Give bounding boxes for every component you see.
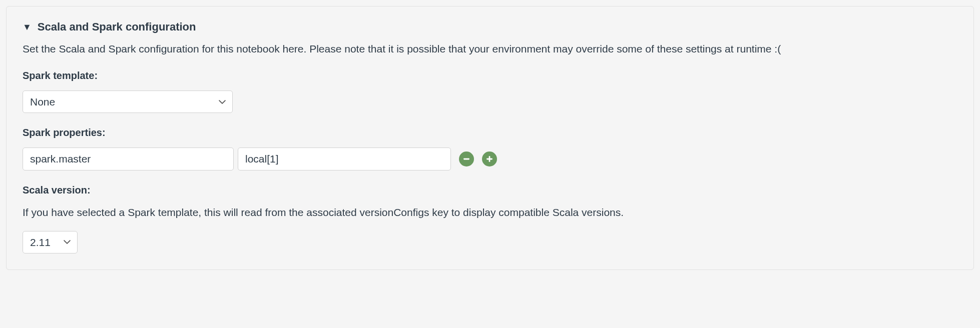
plus-icon xyxy=(485,154,494,164)
config-panel: ▼ Scala and Spark configuration Set the … xyxy=(6,6,974,270)
spark-template-label: Spark template: xyxy=(23,70,957,82)
spark-property-value-input[interactable] xyxy=(238,148,451,170)
add-property-button[interactable] xyxy=(482,152,497,166)
remove-property-button[interactable] xyxy=(459,152,474,166)
scala-version-helper: If you have selected a Spark template, t… xyxy=(23,205,957,220)
collapse-triangle-icon: ▼ xyxy=(23,22,32,32)
spark-property-key-input[interactable] xyxy=(23,148,234,170)
spark-properties-label: Spark properties: xyxy=(23,127,957,138)
spark-template-select-wrapper: None xyxy=(23,90,233,113)
scala-version-select[interactable]: 2.11 xyxy=(23,231,78,254)
section-description: Set the Scala and Spark configuration fo… xyxy=(23,42,957,56)
spark-template-select[interactable]: None xyxy=(23,90,233,113)
spark-property-row xyxy=(23,148,957,170)
svg-rect-0 xyxy=(463,158,469,160)
section-header[interactable]: ▼ Scala and Spark configuration xyxy=(23,20,957,34)
scala-version-label: Scala version: xyxy=(23,184,957,196)
minus-icon xyxy=(462,154,471,164)
section-title: Scala and Spark configuration xyxy=(38,20,196,34)
svg-rect-2 xyxy=(489,156,491,162)
scala-version-select-wrapper: 2.11 xyxy=(23,231,78,254)
